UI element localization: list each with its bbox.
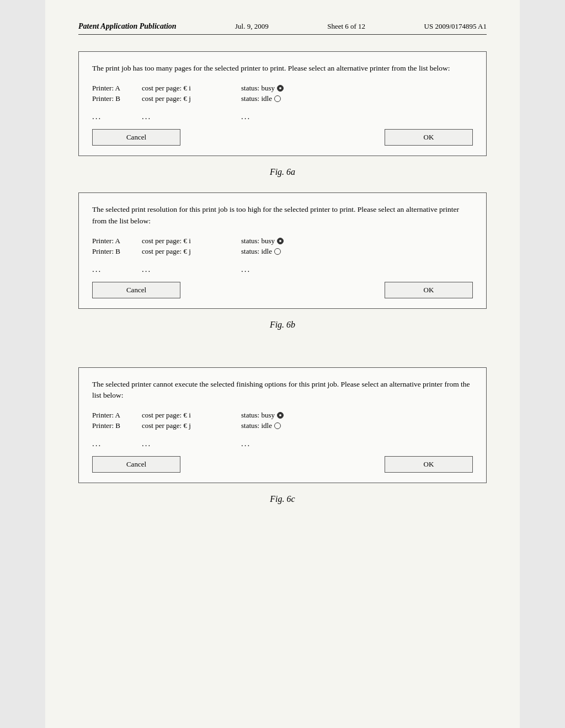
- dialog-6b: The selected print resolution for this p…: [78, 192, 487, 309]
- printer-b-status-text-6c: status: idle: [241, 421, 272, 430]
- busy-icon-6a-a: [277, 85, 284, 92]
- printer-list-6c: Printer: A cost per page: € i status: bu…: [92, 411, 473, 430]
- printer-a-status-text-6c: status: busy: [241, 411, 275, 420]
- ellipsis-row-6b: ... ... ...: [92, 265, 473, 274]
- ellipsis-status-6b: ...: [241, 265, 250, 274]
- dialog-6b-message: The selected print resolution for this p…: [92, 204, 473, 227]
- caption-6a: Fig. 6a: [78, 167, 487, 177]
- printer-a-status-6a: status: busy: [241, 84, 284, 93]
- printer-b-cost-6c: cost per page: € j: [142, 421, 241, 430]
- ellipsis-status-6a: ...: [241, 112, 250, 121]
- page: Patent Application Publication Jul. 9, 2…: [45, 0, 520, 728]
- printer-list-6a: Printer: A cost per page: € i status: bu…: [92, 84, 473, 103]
- cancel-button-6c[interactable]: Cancel: [92, 456, 180, 473]
- dialog-6c-buttons: Cancel OK: [92, 456, 473, 473]
- idle-icon-6c-b: [274, 422, 281, 429]
- printer-b-status-6b: status: idle: [241, 247, 281, 256]
- ellipsis-cost-6b: ...: [142, 265, 241, 274]
- printer-b-status-text-6b: status: idle: [241, 247, 272, 256]
- page-header: Patent Application Publication Jul. 9, 2…: [78, 22, 487, 35]
- printer-b-status-6c: status: idle: [241, 421, 281, 430]
- busy-icon-6c-a: [277, 412, 284, 419]
- caption-6b: Fig. 6b: [78, 320, 487, 330]
- printer-b-row-6b: Printer: B cost per page: € j status: id…: [92, 247, 473, 256]
- printer-a-name-6a: Printer: A: [92, 84, 142, 93]
- printer-b-row-6c: Printer: B cost per page: € j status: id…: [92, 421, 473, 430]
- publication-label: Patent Application Publication: [78, 22, 177, 31]
- caption-6c: Fig. 6c: [78, 494, 487, 504]
- printer-b-name-6a: Printer: B: [92, 94, 142, 103]
- ellipsis-name-6c: ...: [92, 439, 142, 448]
- ok-button-6b[interactable]: OK: [385, 282, 473, 298]
- printer-a-cost-6b: cost per page: € i: [142, 237, 241, 245]
- idle-icon-6a-b: [274, 95, 281, 102]
- sheet-label: Sheet 6 of 12: [327, 22, 365, 31]
- printer-b-status-6a: status: idle: [241, 94, 281, 103]
- ellipsis-row-6c: ... ... ...: [92, 439, 473, 448]
- ok-button-6c[interactable]: OK: [385, 456, 473, 473]
- ellipsis-name-6a: ...: [92, 112, 142, 121]
- dialog-6b-buttons: Cancel OK: [92, 282, 473, 298]
- printer-b-row-6a: Printer: B cost per page: € j status: id…: [92, 94, 473, 103]
- cancel-button-6b[interactable]: Cancel: [92, 282, 180, 298]
- printer-a-status-text-6a: status: busy: [241, 84, 275, 93]
- printer-a-status-text-6b: status: busy: [241, 237, 275, 245]
- printer-a-row-6b: Printer: A cost per page: € i status: bu…: [92, 237, 473, 245]
- printer-a-name-6b: Printer: A: [92, 237, 142, 245]
- printer-a-name-6c: Printer: A: [92, 411, 142, 420]
- ellipsis-cost-6a: ...: [142, 112, 241, 121]
- printer-b-cost-6a: cost per page: € j: [142, 94, 241, 103]
- ellipsis-row-6a: ... ... ...: [92, 112, 473, 121]
- spacer: [78, 345, 487, 367]
- printer-a-row-6c: Printer: A cost per page: € i status: bu…: [92, 411, 473, 420]
- printer-a-status-6c: status: busy: [241, 411, 284, 420]
- printer-a-status-6b: status: busy: [241, 237, 284, 245]
- busy-icon-6b-a: [277, 238, 284, 244]
- ellipsis-cost-6c: ...: [142, 439, 241, 448]
- printer-b-status-text-6a: status: idle: [241, 94, 272, 103]
- printer-a-cost-6c: cost per page: € i: [142, 411, 241, 420]
- printer-b-name-6c: Printer: B: [92, 421, 142, 430]
- dialog-6a-buttons: Cancel OK: [92, 129, 473, 146]
- printer-a-cost-6a: cost per page: € i: [142, 84, 241, 93]
- printer-b-name-6b: Printer: B: [92, 247, 142, 256]
- printer-a-row-6a: Printer: A cost per page: € i status: bu…: [92, 84, 473, 93]
- patent-number: US 2009/0174895 A1: [424, 22, 487, 31]
- ok-button-6a[interactable]: OK: [385, 129, 473, 146]
- ellipsis-name-6b: ...: [92, 265, 142, 274]
- date-label: Jul. 9, 2009: [235, 22, 269, 31]
- dialog-6a-message: The print job has too many pages for the…: [92, 63, 473, 74]
- dialog-6c-message: The selected printer cannot execute the …: [92, 379, 473, 402]
- dialog-6c: The selected printer cannot execute the …: [78, 367, 487, 484]
- printer-b-cost-6b: cost per page: € j: [142, 247, 241, 256]
- printer-list-6b: Printer: A cost per page: € i status: bu…: [92, 237, 473, 256]
- cancel-button-6a[interactable]: Cancel: [92, 129, 180, 146]
- dialog-6a: The print job has too many pages for the…: [78, 51, 487, 156]
- ellipsis-status-6c: ...: [241, 439, 250, 448]
- idle-icon-6b-b: [274, 248, 281, 255]
